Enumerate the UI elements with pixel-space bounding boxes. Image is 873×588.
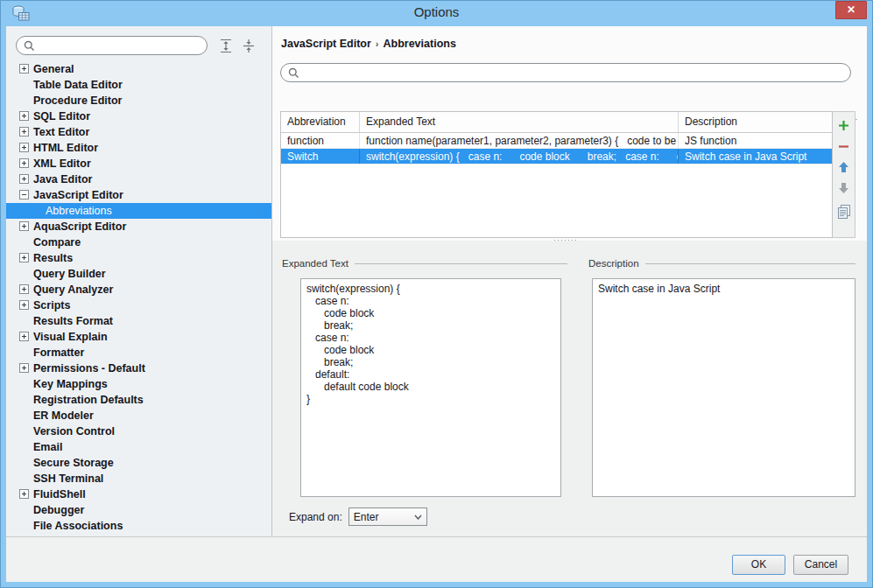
expand-node-icon[interactable] [19,300,29,310]
sidebar-item-query-analyzer[interactable]: Query Analyzer [6,282,271,298]
close-button[interactable]: ✕ [835,1,867,19]
sidebar-item-label: Abbreviations [46,205,112,217]
expand-node-icon[interactable] [19,332,29,341]
remove-button[interactable] [836,139,852,153]
sidebar-item-label: Compare [33,236,81,248]
abbreviations-table[interactable]: AbbreviationExpanded TextDescription fun… [280,111,833,238]
sidebar-item-formatter[interactable]: Formatter [6,345,271,360]
sidebar-item-secure-storage[interactable]: Secure Storage [6,455,271,471]
sidebar-item-fluidshell[interactable]: FluidShell [6,486,271,502]
abbrev-table-header: AbbreviationExpanded TextDescription [281,112,832,133]
sidebar-item-visual-explain[interactable]: Visual Explain [6,329,271,345]
sidebar-item-label: Java Editor [33,173,92,186]
expanded-text-group-label: Expanded Text [282,258,348,269]
sidebar-item-abbreviations[interactable]: Abbreviations [6,203,271,219]
sidebar-item-er-modeler[interactable]: ER Modeler [6,408,271,424]
sidebar-item-label: HTML Editor [33,142,98,154]
column-header[interactable]: Description [679,112,832,132]
add-button[interactable] [836,118,852,132]
table-row[interactable]: functionfunction name(parameter1, parame… [281,133,832,149]
description-editor[interactable]: Switch case in Java Script [592,278,855,497]
sidebar-item-ssh-terminal[interactable]: SSH Terminal [6,471,271,486]
sidebar-item-file-associations[interactable]: File Associations [6,518,271,534]
move-up-icon [838,161,849,173]
abbreviations-searchbox[interactable] [280,63,851,82]
expand-node-icon[interactable] [19,284,29,294]
sidebar-item-label: Text Editor [33,126,89,138]
expanded-text-group-header: Expanded Text [282,258,567,269]
copy-button[interactable] [836,205,852,219]
sidebar-search-input[interactable] [39,39,200,52]
sidebar-item-version-control[interactable]: Version Control [6,424,271,439]
sidebar-item-label: JavaScript Editor [33,189,123,201]
abbrev-table-body: functionfunction name(parameter1, parame… [281,133,832,164]
description-group-label: Description [588,258,639,269]
collapse-all-icon[interactable] [241,38,257,53]
sidebar-item-label: Results [33,252,73,264]
expand-node-icon[interactable] [19,111,29,121]
expand-node-icon[interactable] [19,127,29,136]
sidebar-item-scripts[interactable]: Scripts [6,298,271,313]
sidebar-item-results[interactable]: Results [6,250,271,266]
expand-all-icon[interactable] [218,38,234,53]
sidebar-item-general[interactable]: General [6,61,271,77]
sidebar-searchbox[interactable] [16,36,208,55]
move-down-icon [838,182,849,194]
move-up-button[interactable] [836,160,852,174]
sidebar-item-xml-editor[interactable]: XML Editor [6,156,271,172]
breadcrumb-separator: › [371,38,384,49]
expand-on-dropdown[interactable]: Enter [348,508,427,526]
sidebar-item-html-editor[interactable]: HTML Editor [6,140,271,156]
column-header[interactable]: Expanded Text [360,112,679,132]
remove-icon [838,141,849,152]
sidebar-item-javascript-editor[interactable]: JavaScript Editor [6,187,271,203]
sidebar-item-label: Procedure Editor [33,94,122,107]
expand-node-icon[interactable] [19,363,29,373]
sidebar-item-compare[interactable]: Compare [6,234,271,250]
sidebar-item-aquascript-editor[interactable]: AquaScript Editor [6,219,271,234]
group-divider [645,263,855,264]
sidebar-item-java-editor[interactable]: Java Editor [6,172,271,187]
expand-node-icon[interactable] [19,221,29,231]
sidebar-item-key-mappings[interactable]: Key Mappings [6,376,271,392]
expand-node-icon[interactable] [19,158,29,168]
ok-button[interactable]: OK [732,555,785,575]
sidebar-item-table-data-editor[interactable]: Table Data Editor [6,77,271,93]
sidebar-item-query-builder[interactable]: Query Builder [6,266,271,282]
sidebar-item-registration-defaults[interactable]: Registration Defaults [6,392,271,408]
expand-node-icon[interactable] [19,64,29,74]
expand-node-icon[interactable] [19,489,29,499]
sidebar-item-label: Query Builder [33,268,106,280]
sidebar-item-results-format[interactable]: Results Format [6,313,271,329]
sidebar-item-label: SSH Terminal [33,472,103,485]
move-down-button[interactable] [836,181,852,195]
expand-node-icon[interactable] [19,174,29,184]
expand-node-icon[interactable] [19,253,29,262]
sidebar-item-permissions-default[interactable]: Permissions - Default [6,360,271,376]
sidebar-item-label: FluidShell [33,488,86,500]
sidebar-item-text-editor[interactable]: Text Editor [6,124,271,140]
collapse-node-icon[interactable] [19,190,29,200]
titlebar[interactable]: Options ✕ [0,0,873,26]
abbreviations-search-input[interactable] [304,66,843,79]
table-row[interactable]: Switchswitch(expression) { case n: code … [281,149,832,164]
expand-node-icon[interactable] [19,143,29,152]
breadcrumb-item[interactable]: JavaScript Editor [281,38,371,50]
search-icon [288,67,299,79]
sidebar-item-debugger[interactable]: Debugger [6,502,271,518]
sidebar-item-label: Email [33,441,62,453]
description-group-header: Description [588,258,855,269]
sidebar-item-procedure-editor[interactable]: Procedure Editor [6,93,271,108]
sidebar: GeneralTable Data EditorProcedure Editor… [6,26,272,536]
sidebar-item-email[interactable]: Email [6,439,271,455]
breadcrumb-item[interactable]: Abbreviations [384,38,456,50]
column-header[interactable]: Abbreviation [281,112,360,132]
table-cell-expanded_text: switch(expression) { case n: code block … [360,149,679,164]
sidebar-item-label: File Associations [33,520,123,532]
sidebar-item-label: Query Analyzer [33,284,113,296]
sidebar-item-label: XML Editor [33,158,91,170]
cancel-button[interactable]: Cancel [793,555,848,575]
table-cell-abbreviation: Switch [281,149,360,164]
expanded-text-editor[interactable]: switch(expression) { case n: code block … [300,278,561,497]
sidebar-item-sql-editor[interactable]: SQL Editor [6,108,271,124]
